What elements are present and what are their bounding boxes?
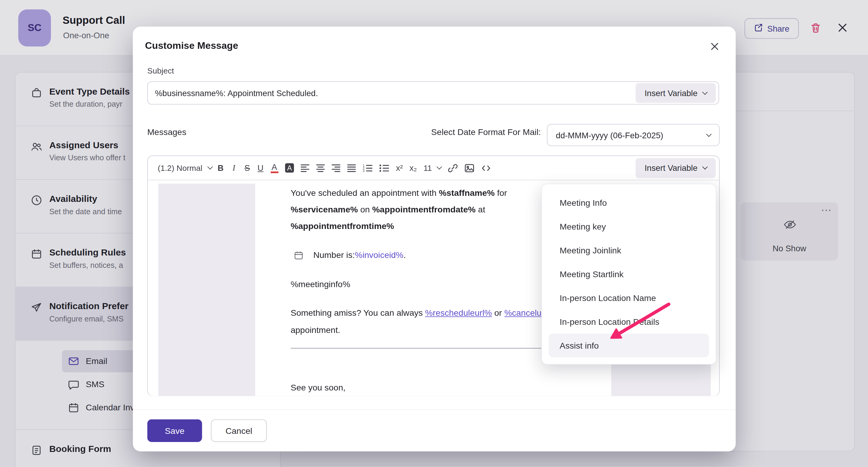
align-left-icon	[301, 164, 309, 172]
menu-item-meeting-startlink[interactable]: Meeting Startlink	[549, 262, 709, 286]
editor-paragraph: %servicename% on %appointmentfromdate% a…	[291, 201, 485, 218]
font-size-dropdown[interactable]: 11	[420, 160, 445, 176]
date-format-value: dd-MMM-yyyy (06-Feb-2025)	[556, 130, 663, 139]
menu-item-in-person-location-name[interactable]: In-person Location Name	[549, 286, 709, 310]
cancel-button[interactable]: Cancel	[211, 420, 267, 442]
justify-button[interactable]	[344, 160, 360, 176]
underline-button[interactable]: U	[254, 160, 267, 176]
insert-variable-menu: Meeting Info Meeting key Meeting Joinlin…	[541, 184, 716, 365]
code-view-button[interactable]	[478, 160, 494, 176]
highlight-color-button[interactable]: A	[282, 160, 298, 176]
align-right-button[interactable]	[328, 160, 344, 176]
code-view-icon	[481, 163, 491, 173]
link-button[interactable]	[445, 160, 461, 176]
justify-icon	[347, 164, 356, 172]
link-icon	[448, 163, 458, 173]
font-size-value: 11	[424, 164, 432, 172]
chevron-down-icon	[702, 89, 708, 95]
superscript-button[interactable]: x²	[393, 160, 406, 176]
strikethrough-button[interactable]: S	[241, 160, 254, 176]
subject-input[interactable]	[148, 82, 718, 104]
align-center-button[interactable]	[313, 160, 328, 176]
font-color-label: A	[271, 162, 278, 173]
bold-button[interactable]: B	[214, 160, 227, 176]
align-left-button[interactable]	[297, 160, 313, 176]
insert-variable-button-editor[interactable]: Insert Variable	[636, 158, 716, 178]
bullet-list-button[interactable]	[376, 160, 393, 176]
chevron-down-icon	[437, 164, 442, 169]
subject-field-wrap: Insert Variable	[147, 81, 719, 105]
menu-item-assist-info[interactable]: Assist info	[549, 334, 709, 357]
chevron-down-icon	[706, 131, 712, 136]
insert-variable-label: Insert Variable	[645, 163, 698, 173]
date-format-label: Select Date Format For Mail:	[431, 127, 541, 137]
insert-variable-label: Insert Variable	[645, 88, 698, 98]
insert-variable-button-subject[interactable]: Insert Variable	[636, 83, 716, 103]
subscript-button[interactable]: x₂	[406, 160, 420, 176]
chevron-down-icon	[207, 164, 213, 169]
modal-close-button[interactable]	[710, 42, 719, 51]
align-right-icon	[332, 164, 340, 172]
editor-paragraph: %meetinginfo%	[291, 276, 350, 293]
modal-title: Customise Message	[145, 40, 238, 52]
invoiceid-variable[interactable]: %invoiceid%	[355, 250, 403, 259]
chevron-down-icon	[702, 164, 708, 169]
invoice-text: Number is:%invoiceid%.	[313, 247, 406, 263]
italic-button[interactable]: I	[227, 160, 241, 176]
rescheduleurl-link[interactable]: %rescheduleurl%	[425, 308, 492, 318]
ordered-list-icon: 1 2 3	[363, 164, 373, 172]
editor-invoice-line: Number is:%invoiceid%.	[294, 247, 406, 263]
menu-item-meeting-joinlink[interactable]: Meeting Joinlink	[549, 238, 709, 262]
svg-text:3: 3	[363, 169, 365, 172]
editor-paragraph: See you soon,	[291, 379, 345, 396]
editor-paragraph: appointment.	[291, 322, 340, 339]
paragraph-style-value: (1.2) Normal	[158, 164, 202, 172]
menu-item-meeting-info[interactable]: Meeting Info	[549, 191, 709, 214]
template-side-column	[158, 184, 255, 396]
menu-item-in-person-location-details[interactable]: In-person Location Details	[549, 310, 709, 334]
align-center-icon	[316, 164, 325, 172]
editor-paragraph: You've scheduled an appointment with %st…	[291, 185, 507, 201]
date-format-select[interactable]: dd-MMM-yyyy (06-Feb-2025)	[547, 124, 720, 146]
font-color-button[interactable]: A	[267, 160, 282, 176]
highlight-color-label: A	[285, 163, 294, 173]
image-icon	[465, 163, 474, 173]
app-root: SC Support Call One-on-One Share	[0, 0, 868, 467]
subject-label: Subject	[147, 66, 174, 75]
bullet-list-icon	[379, 164, 389, 172]
save-button[interactable]: Save	[147, 420, 202, 442]
template-footer-block	[611, 365, 711, 396]
editor-paragraph: Something amiss? You can always %resched…	[291, 305, 554, 322]
messages-label: Messages	[147, 127, 186, 137]
editor-toolbar: (1.2) Normal B I S U A A	[148, 156, 719, 180]
calendar-icon	[294, 251, 303, 260]
close-icon	[710, 42, 719, 51]
paragraph-style-dropdown[interactable]: (1.2) Normal	[154, 160, 214, 176]
modal-footer: Save Cancel	[133, 409, 736, 452]
editor-paragraph: %appointmentfromtime%	[291, 218, 394, 234]
image-button[interactable]	[461, 160, 478, 176]
menu-item-meeting-key[interactable]: Meeting key	[549, 214, 709, 238]
ordered-list-button[interactable]: 1 2 3	[360, 160, 376, 176]
